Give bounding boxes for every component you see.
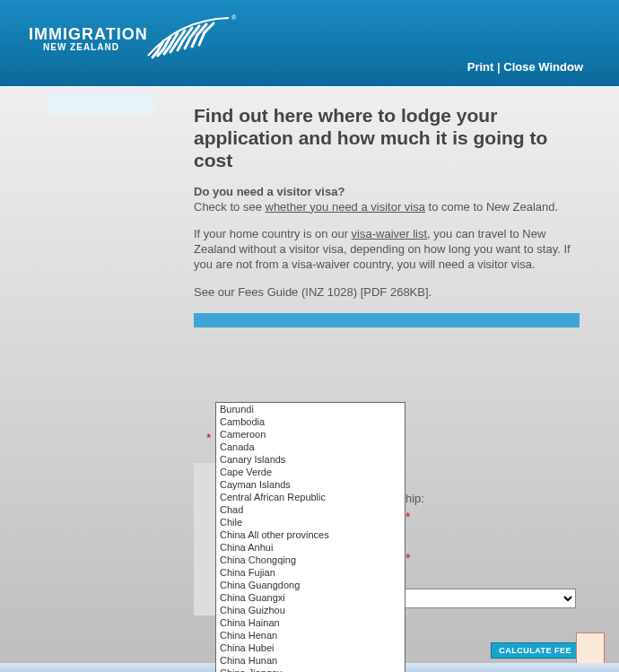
country-option[interactable]: China Henan (216, 629, 405, 641)
country-option[interactable]: China All other provinces (216, 528, 405, 541)
intro-p2: If your home country is on our visa-waiv… (194, 227, 580, 273)
country-option[interactable]: China Chongqing (216, 554, 405, 566)
country-option[interactable]: Cambodia (216, 415, 405, 428)
country-option[interactable]: Cameroon (216, 428, 405, 441)
country-option[interactable]: Cape Verde (216, 466, 405, 478)
country-option[interactable]: Chile (216, 516, 405, 528)
header-links: Print | Close Window (467, 60, 583, 74)
country-option[interactable]: China Hubei (216, 641, 405, 654)
country-option[interactable]: China Hainan (216, 616, 405, 629)
field-label-fragment: hip: (405, 492, 424, 505)
required-mark-1: * (206, 431, 211, 445)
separator: | (497, 60, 501, 74)
close-window-link[interactable]: Close Window (503, 60, 583, 74)
required-mark-3: * (405, 551, 410, 565)
country-option[interactable]: Central African Republic (216, 491, 405, 503)
main-content: Find out here where to lodge your applic… (194, 104, 580, 327)
print-link[interactable]: Print (467, 60, 494, 74)
section-bar (194, 313, 580, 327)
subheading: Do you need a visitor visa? (194, 185, 580, 198)
page-title: Find out here where to lodge your applic… (194, 104, 580, 172)
country-option[interactable]: China Guangxi (216, 591, 405, 604)
brand-line1: IMMIGRATION (29, 25, 148, 44)
page-body: Find out here where to lodge your applic… (0, 86, 619, 672)
country-option[interactable]: China Hunan (216, 654, 405, 667)
svg-text:®: ® (231, 14, 237, 21)
country-option[interactable]: Burundi (216, 403, 405, 415)
country-option[interactable]: Cayman Islands (216, 478, 405, 491)
country-option[interactable]: Canary Islands (216, 453, 405, 466)
country-option[interactable]: China Jiangsu (216, 667, 405, 672)
country-option[interactable]: China Guizhou (216, 604, 405, 616)
country-option[interactable]: China Anhui (216, 541, 405, 554)
country-option[interactable]: China Fujian (216, 566, 405, 579)
fern-icon: ® (144, 11, 242, 64)
visitor-visa-link[interactable]: whether you need a visitor visa (266, 200, 425, 214)
country-dropdown-list[interactable]: BurundiCambodiaCameroonCanadaCanary Isla… (215, 402, 405, 672)
required-mark-2: * (405, 510, 410, 524)
app-header: IMMIGRATION NEW ZEALAND ® Print | Close … (0, 0, 619, 86)
country-option[interactable]: Canada (216, 441, 405, 453)
logo: IMMIGRATION NEW ZEALAND (29, 25, 148, 52)
visa-waiver-link[interactable]: visa-waiver list (352, 227, 428, 240)
watermark-stamp-icon (576, 633, 605, 665)
fees-guide: See our Fees Guide (INZ 1028) [PDF 268KB… (194, 285, 580, 301)
sidebar-placeholder (47, 93, 154, 115)
country-option[interactable]: Chad (216, 503, 405, 516)
calculate-fee-button[interactable]: CALCULATE FEE (491, 642, 580, 659)
country-option[interactable]: China Guangdong (216, 579, 405, 591)
intro-p1: Check to see whether you need a visitor … (194, 200, 580, 215)
